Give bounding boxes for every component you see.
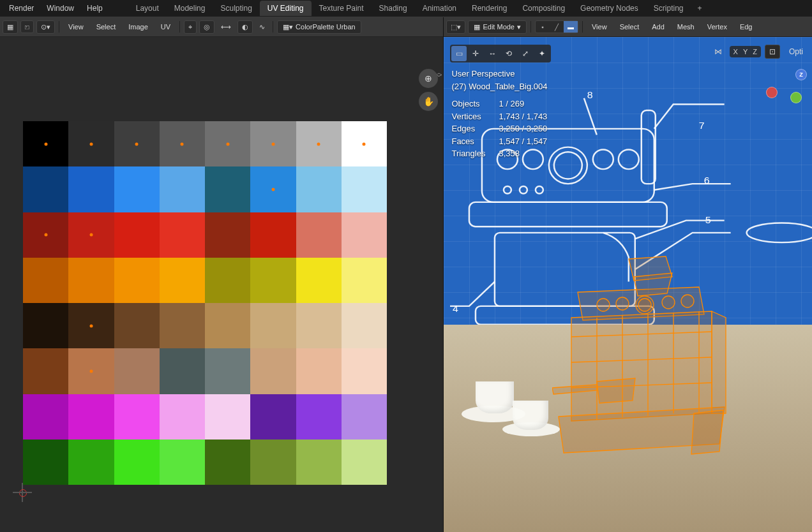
uv-menu-image[interactable]: Image (123, 21, 153, 33)
transform-tool-icon[interactable]: ✦ (534, 46, 550, 61)
uv-toolbar: ▦ ⏍ ⊙▾ View Select Image UV ⌖ ◎ ⟷ ◐ ∿ ▦▾… (0, 17, 443, 37)
snap-icon[interactable]: ⌖ (184, 20, 197, 34)
sticky-icon[interactable]: ◐ (237, 20, 253, 34)
workspace-tab-sculpting[interactable]: Sculpting (213, 1, 259, 16)
image-selector[interactable]: ▦▾ ColorPalette Urban (277, 20, 361, 34)
gizmo-y-icon[interactable] (790, 92, 802, 103)
workspace-tab-scripting[interactable]: Scripting (646, 1, 691, 16)
workspace-tab-rendering[interactable]: Rendering (464, 1, 515, 16)
viewport-canvas[interactable]: 8 7 6 5 4 (444, 37, 812, 532)
palette-swatch (68, 212, 114, 258)
scale-tool-icon[interactable]: ⤢ (518, 46, 533, 61)
workspace-tab-shading[interactable]: Shading (372, 1, 415, 16)
workspace-tab-compositing[interactable]: Compositing (515, 1, 573, 16)
stat-label: Triangles (451, 147, 490, 160)
workspace-tab-texture-paint[interactable]: Texture Paint (312, 1, 372, 16)
nav-gizmo[interactable]: Z (766, 69, 807, 110)
coffee-cup (476, 381, 514, 413)
uv-vertex-icon (317, 142, 320, 145)
uv-menu-select[interactable]: Select (91, 21, 121, 33)
uv-vertex-icon (44, 233, 47, 237)
uv-vertex-icon (363, 142, 366, 145)
pin-icon[interactable]: ⏍ (20, 20, 34, 33)
vp-menu-edge[interactable]: Edg (735, 21, 758, 33)
palette-swatch (160, 121, 205, 166)
coffee-cup (513, 401, 548, 430)
stat-label: Vertices (451, 110, 490, 123)
vp-menu-mesh[interactable]: Mesh (672, 21, 700, 33)
palette-swatch (250, 121, 296, 166)
active-object-label: (27) Wood_Table_Big.004 (451, 80, 547, 93)
palette-swatch (205, 348, 250, 394)
top-bar: Render Window Help LayoutModelingSculpti… (0, 0, 812, 17)
palette-swatch (250, 348, 296, 394)
palette-swatch (68, 121, 114, 166)
uv-menu-view[interactable]: View (63, 21, 89, 33)
app-menu: Render Window Help (3, 1, 109, 16)
uv-sync-icon[interactable]: ⟷ (217, 21, 235, 33)
cursor-2d-icon (13, 483, 32, 502)
face-mode[interactable]: ▬ (564, 21, 578, 33)
palette-swatch (250, 258, 296, 303)
uv-vertex-icon (226, 142, 229, 145)
viewport-stats: User Perspective (27) Wood_Table_Big.004… (451, 68, 547, 160)
gizmo-z-icon[interactable]: Z (795, 69, 807, 80)
palette-swatch (342, 212, 387, 258)
pivot-icon[interactable]: ⊙▾ (36, 20, 55, 34)
edge-mode[interactable]: ╱ (550, 21, 564, 33)
uv-vertex-icon (89, 233, 93, 237)
proportional-icon[interactable]: ◎ (199, 20, 214, 34)
move-tool-icon[interactable]: ↔ (485, 46, 500, 61)
palette-swatch (205, 258, 250, 303)
workspace-tab-layout[interactable]: Layout (128, 1, 167, 16)
uv-vertex-icon (89, 142, 93, 145)
stat-row: Vertices1,743 / 1,743 (451, 110, 547, 123)
select-tool-icon[interactable]: ▭ (451, 46, 467, 61)
axis-y[interactable]: Y (743, 48, 748, 55)
select-mode-pills: ▪ ╱ ▬ (535, 20, 578, 33)
palette-swatch (160, 166, 205, 212)
palette-swatch (342, 348, 387, 394)
uv-menu-uv[interactable]: UV (156, 21, 176, 33)
options-button[interactable]: Opti (784, 45, 808, 58)
vp-menu-select[interactable]: Select (615, 21, 645, 33)
stat-label: Faces (451, 135, 490, 148)
menu-window[interactable]: Window (40, 1, 80, 16)
vp-menu-add[interactable]: Add (647, 21, 670, 33)
workspace-tab-geometry-nodes[interactable]: Geometry Nodes (573, 1, 646, 16)
perspective-label: User Perspective (451, 68, 547, 80)
palette-swatch (23, 394, 68, 440)
vertex-mode[interactable]: ▪ (536, 21, 550, 33)
uv-vertex-icon (89, 369, 93, 373)
workspace-tab-uv-editing[interactable]: UV Editing (260, 1, 312, 16)
editor-type-3d[interactable]: ⬚▾ (446, 20, 465, 34)
stat-label: Objects (451, 98, 490, 110)
editor-type-uv[interactable]: ▦ (3, 20, 18, 34)
palette-swatch (296, 348, 342, 394)
pan-icon[interactable]: ✋ (419, 92, 438, 111)
palette-swatch (342, 258, 387, 303)
menu-render[interactable]: Render (3, 1, 40, 16)
rotate-tool-icon[interactable]: ⟲ (501, 46, 516, 61)
cursor-tool-icon[interactable]: ✛ (468, 46, 483, 61)
axis-z[interactable]: Z (753, 48, 757, 55)
palette-swatch (296, 258, 342, 303)
gizmo-x-icon[interactable] (766, 87, 778, 98)
falloff-icon[interactable]: ∿ (255, 21, 269, 33)
zoom-icon[interactable]: ⊕ (419, 69, 438, 88)
mode-selector[interactable]: ▦ Edit Mode ▾ (468, 20, 527, 34)
axis-x[interactable]: X (733, 48, 738, 55)
workspace-tab-modeling[interactable]: Modeling (167, 1, 213, 16)
butterfly-icon[interactable]: ⋈ (710, 45, 726, 58)
uv-canvas[interactable]: <> ⊕ ✋ (0, 37, 443, 532)
vp-menu-view[interactable]: View (587, 21, 612, 33)
workspace-tab-animation[interactable]: Animation (415, 1, 464, 16)
stat-value: 1,547 / 1,547 (499, 135, 547, 148)
palette-swatch (23, 440, 68, 485)
gizmo-toggle-icon[interactable]: ⊡ (765, 45, 780, 59)
uv-vertex-icon (44, 142, 47, 145)
vp-menu-vertex[interactable]: Vertex (702, 21, 732, 33)
workspace-add[interactable]: + (691, 1, 708, 16)
stat-value: 1 / 269 (499, 98, 524, 110)
menu-help[interactable]: Help (80, 1, 109, 16)
